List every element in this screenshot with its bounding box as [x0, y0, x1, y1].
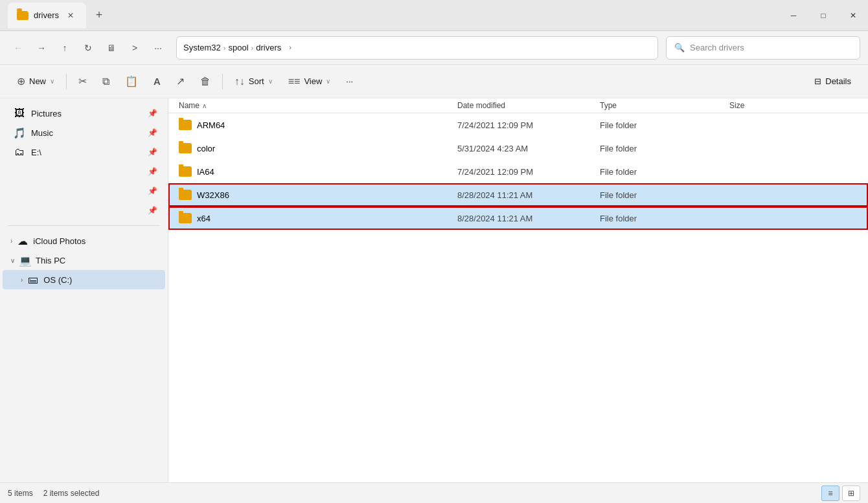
- forward-button[interactable]: →: [31, 38, 52, 58]
- rename-button[interactable]: A: [147, 72, 167, 91]
- back-button[interactable]: ←: [8, 38, 29, 58]
- view-button[interactable]: ≡≡ View ∨: [282, 72, 337, 91]
- file-date-ia64: 7/24/2021 12:09 PM: [457, 167, 600, 177]
- sidebar-item-music[interactable]: 🎵 Music 📌: [3, 123, 165, 142]
- sidebar-label-music: Music: [31, 128, 53, 138]
- computer-icon-button[interactable]: 🖥: [101, 38, 122, 58]
- osc-expand-icon: ›: [21, 276, 23, 284]
- cut-button[interactable]: ✂: [72, 71, 93, 91]
- column-size[interactable]: Size: [729, 101, 858, 110]
- file-name-color: color: [179, 143, 457, 153]
- file-date-arm64: 7/24/2021 12:09 PM: [457, 120, 600, 130]
- new-tab-button[interactable]: +: [89, 5, 109, 26]
- item-count: 5 items: [8, 489, 33, 498]
- file-date-w32x86: 8/28/2024 11:21 AM: [457, 190, 600, 200]
- column-sort-icon: ∧: [202, 102, 207, 109]
- up-button[interactable]: ↑: [54, 38, 75, 58]
- file-row-ia64[interactable]: IA64 7/24/2021 12:09 PM File folder: [168, 160, 868, 183]
- list-view-button[interactable]: ≡: [821, 486, 839, 501]
- file-pane: Name ∧ Date modified Type Size ARM64 7/2…: [168, 98, 868, 482]
- sidebar-os-c[interactable]: › 🖴 OS (C:): [3, 270, 165, 289]
- selected-count: 2 items selected: [43, 489, 100, 498]
- sidebar-item-pin2[interactable]: 📌: [3, 181, 165, 201]
- file-row-w32x86[interactable]: W32X86 8/28/2024 11:21 AM File folder: [168, 183, 868, 207]
- new-label: New: [29, 76, 46, 86]
- toolbar-separator-2: [222, 74, 223, 89]
- folder-icon-x64: [179, 213, 192, 223]
- sidebar-divider: [8, 225, 160, 226]
- file-name-x64: x64: [179, 213, 457, 223]
- maximize-button[interactable]: □: [808, 0, 838, 31]
- delete-button[interactable]: 🗑: [194, 72, 217, 91]
- sidebar-label-osc: OS (C:): [43, 275, 72, 285]
- share-button[interactable]: ↗: [170, 71, 191, 91]
- file-name-arm64: ARM64: [179, 120, 457, 130]
- more-locations-button[interactable]: ···: [148, 38, 168, 58]
- refresh-button[interactable]: ↻: [78, 38, 98, 58]
- sidebar-label-thispc: This PC: [36, 256, 65, 265]
- pin3-pin-icon: 📌: [148, 206, 157, 215]
- breadcrumb-arrow-button[interactable]: >: [124, 38, 145, 58]
- file-list: ARM64 7/24/2021 12:09 PM File folder col…: [168, 113, 868, 482]
- breadcrumb-system32[interactable]: System32: [183, 43, 221, 52]
- file-type-ia64: File folder: [600, 167, 729, 177]
- pin1-pin-icon: 📌: [148, 167, 157, 176]
- column-date-label: Date modified: [457, 101, 505, 110]
- minimize-button[interactable]: ─: [779, 0, 808, 31]
- details-button[interactable]: ⊟ Details: [808, 73, 858, 90]
- address-bar: ← → ↑ ↻ 🖥 > ··· System32 › spool › drive…: [0, 31, 868, 65]
- file-label-ia64: IA64: [197, 167, 214, 177]
- sidebar-this-pc[interactable]: ∨ 💻 This PC: [3, 251, 165, 270]
- file-label-arm64: ARM64: [197, 120, 225, 130]
- file-row-x64[interactable]: x64 8/28/2024 11:21 AM File folder: [168, 207, 868, 230]
- file-name-ia64: IA64: [179, 166, 457, 177]
- osc-icon: 🖴: [27, 273, 40, 286]
- column-date[interactable]: Date modified: [457, 101, 600, 110]
- sidebar-label-icloud: iCloud Photos: [33, 236, 86, 246]
- sidebar-label-edrive: E:\: [31, 148, 41, 157]
- breadcrumb-sep-1: ›: [223, 44, 226, 52]
- copy-button[interactable]: ⧉: [96, 72, 116, 91]
- file-type-w32x86: File folder: [600, 190, 729, 200]
- close-button[interactable]: ✕: [838, 0, 868, 31]
- cut-icon: ✂: [78, 75, 87, 87]
- rename-icon: A: [154, 76, 161, 87]
- breadcrumb-bar[interactable]: System32 › spool › drivers ›: [176, 36, 658, 60]
- file-label-color: color: [197, 144, 215, 153]
- icloud-icon: ☁: [16, 234, 29, 247]
- tab-close-button[interactable]: ✕: [64, 9, 77, 22]
- sidebar-item-pictures[interactable]: 🖼 Pictures 📌: [3, 104, 165, 123]
- file-row-color[interactable]: color 5/31/2024 4:23 AM File folder: [168, 137, 868, 160]
- pin2-pin-icon: 📌: [148, 186, 157, 196]
- sidebar-item-edrive[interactable]: 🗂 E:\ 📌: [3, 142, 165, 162]
- file-label-w32x86: W32X86: [197, 190, 229, 200]
- tab-area: drivers ✕ +: [8, 3, 779, 28]
- breadcrumb-expand-button[interactable]: ›: [284, 41, 297, 54]
- column-type[interactable]: Type: [600, 101, 729, 110]
- toolbar: ⊕ New ∨ ✂ ⧉ 📋 A ↗ 🗑 ↑↓ Sort ∨ ≡≡ View ∨ …: [0, 65, 868, 98]
- sidebar-item-pin3[interactable]: 📌: [3, 201, 165, 220]
- search-icon: 🔍: [674, 43, 685, 52]
- detail-view-button[interactable]: ⊞: [842, 486, 860, 501]
- pin3-icon: [13, 204, 26, 217]
- new-button[interactable]: ⊕ New ∨: [10, 71, 61, 91]
- paste-button[interactable]: 📋: [119, 71, 144, 91]
- column-name[interactable]: Name ∧: [179, 101, 457, 110]
- share-icon: ↗: [176, 75, 185, 87]
- search-box[interactable]: 🔍 Search drivers: [666, 36, 860, 60]
- title-bar: drivers ✕ + ─ □ ✕: [0, 0, 868, 31]
- file-label-x64: x64: [197, 214, 211, 223]
- sidebar-item-pin1[interactable]: 📌: [3, 162, 165, 181]
- active-tab[interactable]: drivers ✕: [8, 3, 86, 28]
- details-label: Details: [825, 76, 851, 86]
- sort-button[interactable]: ↑↓ Sort ∨: [228, 72, 279, 91]
- status-bar: 5 items 2 items selected ≡ ⊞: [0, 482, 868, 503]
- breadcrumb-drivers[interactable]: drivers: [256, 43, 281, 52]
- file-row-arm64[interactable]: ARM64 7/24/2021 12:09 PM File folder: [168, 113, 868, 137]
- delete-icon: 🗑: [200, 76, 211, 87]
- more-button[interactable]: ···: [339, 73, 360, 90]
- folder-icon-ia64: [179, 166, 192, 177]
- new-icon: ⊕: [17, 75, 25, 87]
- sidebar-icloud-photos[interactable]: › ☁ iCloud Photos: [3, 231, 165, 251]
- breadcrumb-spool[interactable]: spool: [228, 43, 248, 52]
